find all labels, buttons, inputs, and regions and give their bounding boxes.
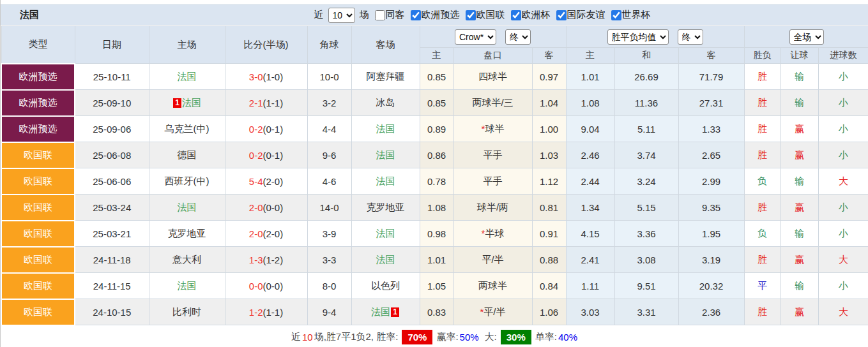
handicap-result: 输 bbox=[780, 64, 818, 90]
odds-home: 0.85 bbox=[420, 64, 453, 90]
handicap-result: 输 bbox=[780, 221, 818, 247]
mean-away: 2.65 bbox=[678, 142, 744, 168]
result: 负 bbox=[744, 168, 780, 195]
home-team: 法国 bbox=[149, 273, 225, 299]
mean-home: 1.08 bbox=[566, 90, 614, 116]
goals-result: 大 bbox=[818, 247, 868, 273]
handicap-value: 四球半 bbox=[478, 71, 507, 82]
odds-away: 1.04 bbox=[532, 90, 566, 116]
match-date: 25-10-11 bbox=[75, 64, 149, 90]
match-date: 25-09-10 bbox=[75, 90, 149, 116]
subheader-mean-away: 客 bbox=[678, 48, 744, 64]
handicap: 平/半 bbox=[453, 247, 532, 273]
match-date: 24-11-15 bbox=[75, 273, 149, 299]
same-venue-checkbox[interactable] bbox=[375, 10, 385, 20]
friendly-label: 国际友谊 bbox=[567, 9, 605, 21]
handicap-result: 赢 bbox=[780, 195, 818, 221]
mean-away: 20.32 bbox=[678, 273, 744, 299]
table-row: 欧洲预选 25-10-11 法国 3-0(1-0) 10-0 阿塞拜疆 0.85… bbox=[1, 64, 868, 90]
match-type: 欧国联 bbox=[1, 299, 75, 325]
odds-home: 1.08 bbox=[420, 195, 453, 221]
mean-time-select[interactable]: 终 bbox=[678, 29, 703, 45]
halftime-score: (1-0) bbox=[263, 71, 284, 82]
away-team-name: 法国 bbox=[371, 306, 390, 317]
odds-company-select[interactable]: Crow* bbox=[455, 29, 496, 45]
summary-footer: 近10场,胜7平1负2, 胜率: 70% 赢率:50% 大: 30% 单率:40… bbox=[1, 326, 868, 347]
handicap-value: 两球半/三 bbox=[472, 97, 513, 108]
mean-home: 1.01 bbox=[566, 64, 614, 90]
away-team: 克罗地亚 bbox=[351, 195, 420, 221]
nations-league-checkbox[interactable] bbox=[466, 10, 476, 20]
col-header-away: 客场 bbox=[351, 26, 420, 64]
handicap-value: 平/半 bbox=[483, 306, 505, 317]
table-row: 欧洲预选 25-09-06 乌克兰(中) 0-2(0-1) 4-4 法国 0.8… bbox=[1, 116, 868, 142]
odds-away: 0.84 bbox=[532, 273, 566, 299]
summary-count: 10 bbox=[302, 332, 313, 343]
score-cell: 5-4(2-0) bbox=[225, 168, 307, 195]
mean-home: 1.34 bbox=[566, 195, 614, 221]
handicap-value: 平手 bbox=[483, 175, 503, 186]
goals-result: 大 bbox=[818, 168, 868, 195]
scope-select[interactable]: 全场 bbox=[789, 29, 824, 45]
col-header-type: 类型 bbox=[1, 26, 75, 64]
match-type: 欧国联 bbox=[1, 142, 75, 168]
match-date: 24-11-18 bbox=[75, 247, 149, 273]
mean-draw: 3.31 bbox=[614, 299, 678, 325]
odds-away: 1.06 bbox=[532, 299, 566, 325]
away-team: 以色列 bbox=[351, 273, 420, 299]
home-team: 1法国 bbox=[149, 90, 225, 116]
halftime-score: (0-0) bbox=[263, 281, 284, 292]
odds-away: 0.81 bbox=[532, 195, 566, 221]
mean-home: 2.46 bbox=[566, 142, 614, 168]
score-cell: 0-0(0-0) bbox=[225, 273, 307, 299]
handicap-result: 输 bbox=[780, 90, 818, 116]
mean-odds-select[interactable]: 胜平负均值 bbox=[607, 29, 669, 45]
odds-home: 0.78 bbox=[420, 168, 453, 195]
odds-rate-label: 赢率: bbox=[436, 331, 458, 343]
mean-away: 71.79 bbox=[678, 64, 744, 90]
odds-home: 0.89 bbox=[420, 116, 453, 142]
halftime-score: (1-2) bbox=[263, 255, 284, 265]
home-team: 西班牙(中) bbox=[149, 168, 225, 195]
summary-text: 场,胜7平1负2, 胜率: bbox=[314, 331, 399, 343]
mean-draw: 5.15 bbox=[614, 195, 678, 221]
odds-away: 1.12 bbox=[532, 168, 566, 195]
match-date: 25-03-21 bbox=[75, 221, 149, 247]
home-team: 德国 bbox=[149, 142, 225, 168]
corners: 9-6 bbox=[307, 142, 351, 168]
handicap: 平手 bbox=[453, 142, 532, 168]
handicap: 两球半/三 bbox=[453, 90, 532, 116]
mean-away: 2.99 bbox=[678, 168, 744, 195]
mean-home: 4.15 bbox=[566, 221, 614, 247]
recent-count-select[interactable]: 10 bbox=[328, 8, 355, 23]
big-rate-label: 大: bbox=[485, 331, 497, 343]
euro-qualifiers-checkbox[interactable] bbox=[411, 10, 421, 20]
odds-away: 0.88 bbox=[532, 247, 566, 273]
score-cell: 1-2(1-1) bbox=[225, 299, 307, 325]
friendly-checkbox[interactable] bbox=[556, 10, 567, 20]
table-row: 欧国联 24-11-15 法国 0-0(0-0) 8-0 以色列 1.05 两球… bbox=[1, 273, 868, 299]
home-team: 克罗地亚 bbox=[149, 221, 225, 247]
mean-away: 2.36 bbox=[678, 299, 744, 325]
fulltime-score: 5-4 bbox=[249, 176, 263, 187]
odds-home: 0.86 bbox=[420, 142, 453, 168]
handicap: 平手 bbox=[453, 168, 532, 195]
col-header-date: 日期 bbox=[75, 26, 149, 64]
goals-result: 小 bbox=[818, 195, 868, 221]
handicap: *半球 bbox=[453, 221, 532, 247]
halftime-score: (2-0) bbox=[263, 176, 284, 187]
handicap-value: 两球半 bbox=[478, 280, 507, 291]
mean-home: 1.11 bbox=[566, 273, 614, 299]
mean-away: 3.19 bbox=[678, 247, 744, 273]
nations-league-label: 欧国联 bbox=[476, 9, 505, 21]
mean-home: 3.03 bbox=[566, 299, 614, 325]
handicap-result: 输 bbox=[780, 273, 818, 299]
halftime-score: (1-1) bbox=[263, 307, 284, 318]
world-cup-checkbox[interactable] bbox=[611, 10, 621, 20]
halftime-score: (2-0) bbox=[263, 228, 284, 239]
handicap-result: 赢 bbox=[780, 299, 818, 325]
fulltime-score: 2-1 bbox=[249, 98, 263, 108]
euro-checkbox[interactable] bbox=[511, 10, 521, 20]
odds-time-select[interactable]: 终 bbox=[505, 29, 531, 45]
home-team: 乌克兰(中) bbox=[149, 116, 225, 142]
